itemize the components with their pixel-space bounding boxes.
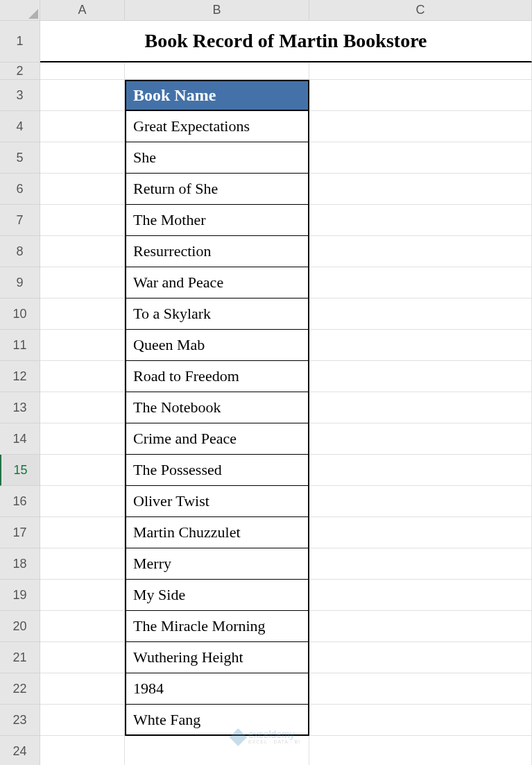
table-row[interactable]: Wuthering Height <box>125 642 309 673</box>
cell-a17[interactable] <box>40 517 125 548</box>
row-header-1[interactable]: 1 <box>0 21 40 62</box>
cell-a8[interactable] <box>40 236 125 267</box>
column-header-c[interactable]: C <box>309 0 532 21</box>
row-header-9[interactable]: 9 <box>0 267 40 299</box>
cell-c22[interactable] <box>309 673 532 705</box>
cell-c24[interactable] <box>309 736 532 765</box>
cell-a10[interactable] <box>40 299 125 330</box>
watermark: exceldemy EXCEL · DATA · BI <box>232 730 300 744</box>
row-header-7[interactable]: 7 <box>0 205 40 236</box>
table-row[interactable]: Great Expectations <box>125 111 309 142</box>
cell-a6[interactable] <box>40 174 125 205</box>
table-row[interactable]: Queen Mab <box>125 330 309 361</box>
table-row[interactable]: 1984 <box>125 673 309 705</box>
table-row[interactable]: To a Skylark <box>125 299 309 330</box>
column-header-b[interactable]: B <box>125 0 309 21</box>
cell-a3[interactable] <box>40 80 125 111</box>
row-header-5[interactable]: 5 <box>0 142 40 174</box>
cell-c14[interactable] <box>309 423 532 455</box>
cell-c10[interactable] <box>309 299 532 330</box>
cell-a13[interactable] <box>40 392 125 423</box>
cell-a20[interactable] <box>40 611 125 642</box>
cell-a24[interactable] <box>40 736 125 765</box>
row-header-19[interactable]: 19 <box>0 580 40 611</box>
row-header-15[interactable]: 15 <box>0 455 40 486</box>
table-row[interactable]: The Mother <box>125 205 309 236</box>
row-header-16[interactable]: 16 <box>0 486 40 517</box>
row-header-4[interactable]: 4 <box>0 111 40 142</box>
table-row[interactable]: Oliver Twist <box>125 486 309 517</box>
watermark-tagline: EXCEL · DATA · BI <box>248 739 300 744</box>
cell-c4[interactable] <box>309 111 532 142</box>
cell-a19[interactable] <box>40 580 125 611</box>
row-header-3[interactable]: 3 <box>0 80 40 111</box>
table-row[interactable]: My Side <box>125 580 309 611</box>
cell-a14[interactable] <box>40 423 125 455</box>
table-row[interactable]: The Notebook <box>125 392 309 423</box>
cell-a22[interactable] <box>40 673 125 705</box>
row-header-24[interactable]: 24 <box>0 736 40 765</box>
cell-a21[interactable] <box>40 642 125 673</box>
row-header-20[interactable]: 20 <box>0 611 40 642</box>
row-header-18[interactable]: 18 <box>0 548 40 580</box>
row-header-6[interactable]: 6 <box>0 174 40 205</box>
select-all-corner[interactable] <box>0 0 40 21</box>
row-header-14[interactable]: 14 <box>0 423 40 455</box>
row-header-12[interactable]: 12 <box>0 361 40 392</box>
cell-c23[interactable] <box>309 705 532 736</box>
cell-a9[interactable] <box>40 267 125 299</box>
cell-c17[interactable] <box>309 517 532 548</box>
table-row[interactable]: Road to Freedom <box>125 361 309 392</box>
column-header-a[interactable]: A <box>40 0 125 21</box>
cell-c11[interactable] <box>309 330 532 361</box>
cell-c21[interactable] <box>309 642 532 673</box>
page-title[interactable]: Book Record of Martin Bookstore <box>40 21 532 62</box>
cell-c7[interactable] <box>309 205 532 236</box>
cell-a5[interactable] <box>40 142 125 174</box>
cell-a15[interactable] <box>40 455 125 486</box>
spreadsheet-grid: A B C 1 Book Record of Martin Bookstore … <box>0 0 532 765</box>
table-row[interactable]: Merry <box>125 548 309 580</box>
cell-c12[interactable] <box>309 361 532 392</box>
table-row[interactable]: The Possessed <box>125 455 309 486</box>
cell-b2[interactable] <box>125 62 309 80</box>
cell-a2[interactable] <box>40 62 125 80</box>
cell-c8[interactable] <box>309 236 532 267</box>
row-header-11[interactable]: 11 <box>0 330 40 361</box>
table-header[interactable]: Book Name <box>125 80 309 111</box>
cell-c9[interactable] <box>309 267 532 299</box>
watermark-brand: exceldemy <box>248 730 300 739</box>
cell-c16[interactable] <box>309 486 532 517</box>
row-header-2[interactable]: 2 <box>0 62 40 80</box>
cell-a16[interactable] <box>40 486 125 517</box>
cell-c20[interactable] <box>309 611 532 642</box>
cell-a18[interactable] <box>40 548 125 580</box>
cell-c18[interactable] <box>309 548 532 580</box>
row-header-17[interactable]: 17 <box>0 517 40 548</box>
row-header-22[interactable]: 22 <box>0 673 40 705</box>
row-header-10[interactable]: 10 <box>0 299 40 330</box>
table-row[interactable]: Return of She <box>125 174 309 205</box>
cell-c2[interactable] <box>309 62 532 80</box>
cell-c13[interactable] <box>309 392 532 423</box>
row-header-21[interactable]: 21 <box>0 642 40 673</box>
cell-a4[interactable] <box>40 111 125 142</box>
row-header-13[interactable]: 13 <box>0 392 40 423</box>
row-header-23[interactable]: 23 <box>0 705 40 736</box>
cell-a7[interactable] <box>40 205 125 236</box>
cell-a12[interactable] <box>40 361 125 392</box>
cell-c15[interactable] <box>309 455 532 486</box>
cell-c3[interactable] <box>309 80 532 111</box>
cell-c5[interactable] <box>309 142 532 174</box>
table-row[interactable]: Martin Chuzzulet <box>125 517 309 548</box>
cell-a23[interactable] <box>40 705 125 736</box>
table-row[interactable]: Resurrection <box>125 236 309 267</box>
cell-c19[interactable] <box>309 580 532 611</box>
table-row[interactable]: She <box>125 142 309 174</box>
row-header-8[interactable]: 8 <box>0 236 40 267</box>
table-row[interactable]: War and Peace <box>125 267 309 299</box>
cell-c6[interactable] <box>309 174 532 205</box>
cell-a11[interactable] <box>40 330 125 361</box>
table-row[interactable]: Crime and Peace <box>125 423 309 455</box>
table-row[interactable]: The Miracle Morning <box>125 611 309 642</box>
